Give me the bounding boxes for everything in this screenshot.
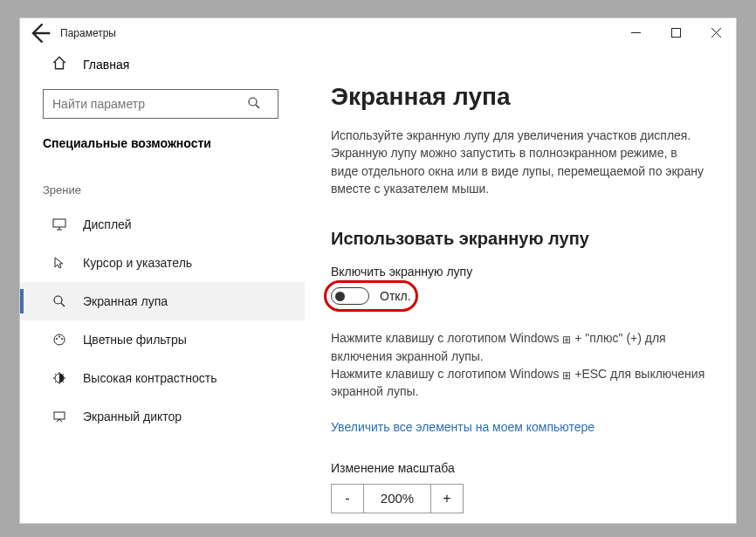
nav-item-narrator[interactable]: Экранный диктор [20, 397, 305, 436]
home-nav[interactable]: Главная [20, 48, 305, 80]
palette-icon [52, 333, 67, 347]
zoom-value: 200% [364, 484, 430, 513]
section-heading: Использовать экранную лупу [331, 229, 710, 249]
maximize-button[interactable] [656, 18, 696, 46]
zoom-control: - 200% + [331, 484, 710, 513]
svg-point-3 [54, 296, 62, 304]
svg-point-7 [61, 338, 63, 340]
minimize-button[interactable] [615, 18, 656, 46]
window-controls [615, 18, 736, 46]
magnifier-icon [52, 294, 67, 308]
zoom-out-button[interactable]: - [331, 484, 364, 513]
nav-label: Дисплей [83, 217, 132, 231]
nav-item-color-filters[interactable]: Цветные фильтры [20, 320, 305, 359]
home-label: Главная [83, 58, 129, 72]
back-button[interactable] [27, 21, 52, 45]
section-title: Специальные возможности [20, 131, 305, 164]
page-description: Используйте экранную лупу для увеличения… [331, 127, 706, 197]
svg-rect-9 [54, 412, 65, 419]
search-box [43, 89, 287, 119]
toggle-knob [335, 292, 345, 301]
shortcut-hint: Нажмите клавишу с логотипом Windows ⊞ + … [331, 329, 706, 400]
search-input[interactable] [43, 89, 278, 119]
nav-item-display[interactable]: Дисплей [20, 205, 305, 244]
nav-item-high-contrast[interactable]: Высокая контрастность [20, 359, 305, 397]
enlarge-everything-link[interactable]: Увеличить все элементы на моем компьютер… [331, 420, 594, 434]
home-icon [52, 55, 67, 73]
nav-label: Высокая контрастность [83, 371, 216, 385]
settings-window: Параметры Главная Специальные возможност… [19, 17, 737, 524]
close-button[interactable] [696, 18, 736, 46]
toggle-state-text: Откл. [380, 289, 411, 303]
contrast-icon [52, 371, 67, 385]
group-label-vision: Зрение [20, 164, 305, 205]
nav-list: Дисплей Курсор и указатель Экранная лупа… [20, 205, 305, 436]
windows-logo-icon: ⊞ [562, 368, 571, 383]
content-pane: Экранная лупа Используйте экранную лупу … [305, 48, 736, 523]
magnifier-toggle-row: Откл. [331, 287, 411, 305]
nav-item-magnifier[interactable]: Экранная лупа [20, 282, 305, 320]
zoom-section-label: Изменение масштаба [331, 461, 710, 475]
nav-label: Экранный диктор [83, 410, 182, 423]
narrator-icon [52, 410, 67, 423]
magnifier-toggle[interactable] [331, 287, 369, 305]
page-heading: Экранная лупа [331, 83, 710, 111]
windows-logo-icon: ⊞ [562, 333, 571, 348]
sidebar: Главная Специальные возможности Зрение Д… [20, 48, 305, 523]
arrow-left-icon [27, 21, 52, 45]
nav-label: Курсор и указатель [83, 256, 192, 270]
svg-point-5 [56, 338, 58, 340]
nav-label: Цветные фильтры [83, 333, 187, 347]
toggle-label: Включить экранную лупу [331, 265, 710, 279]
window-title: Параметры [60, 27, 116, 39]
zoom-in-button[interactable]: + [430, 484, 464, 513]
svg-rect-2 [53, 219, 65, 227]
svg-point-6 [58, 336, 60, 338]
titlebar: Параметры [20, 18, 736, 48]
cursor-icon [52, 256, 67, 270]
nav-label: Экранная лупа [83, 294, 168, 308]
nav-item-cursor[interactable]: Курсор и указатель [20, 244, 305, 282]
svg-rect-0 [671, 28, 680, 37]
monitor-icon [52, 217, 67, 231]
